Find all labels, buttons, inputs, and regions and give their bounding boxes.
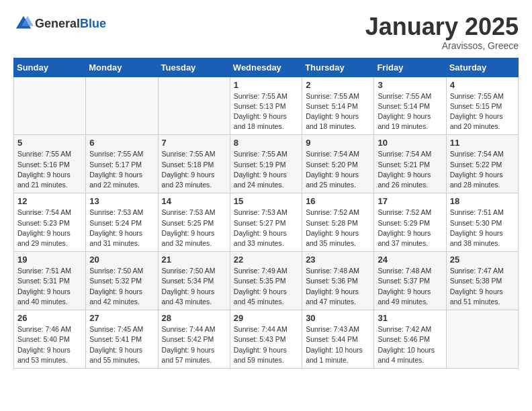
calendar-day-cell: 3Sunrise: 7:55 AM Sunset: 5:14 PM Daylig…: [374, 77, 446, 135]
calendar-day-cell: 31Sunrise: 7:42 AM Sunset: 5:46 PM Dayli…: [374, 310, 446, 369]
title-area: January 2025 Aravissos, Greece: [365, 13, 519, 51]
calendar-day-cell: [14, 77, 86, 135]
day-number: 28: [162, 313, 226, 323]
day-info: Sunrise: 7:55 AM Sunset: 5:13 PM Dayligh…: [234, 91, 298, 132]
day-number: 21: [162, 255, 226, 265]
day-info: Sunrise: 7:45 AM Sunset: 5:41 PM Dayligh…: [89, 324, 154, 365]
calendar-day-cell: 12Sunrise: 7:54 AM Sunset: 5:23 PM Dayli…: [14, 193, 86, 252]
day-info: Sunrise: 7:53 AM Sunset: 5:25 PM Dayligh…: [162, 208, 226, 248]
calendar-week-row: 19Sunrise: 7:51 AM Sunset: 5:31 PM Dayli…: [14, 252, 519, 310]
logo-blue: Blue: [80, 17, 106, 30]
weekday-header: Friday: [374, 58, 446, 77]
calendar-day-cell: 29Sunrise: 7:44 AM Sunset: 5:43 PM Dayli…: [230, 310, 302, 369]
logo-icon: [13, 13, 34, 34]
day-info: Sunrise: 7:50 AM Sunset: 5:34 PM Dayligh…: [162, 266, 226, 307]
day-number: 12: [17, 196, 82, 206]
day-number: 13: [89, 196, 154, 206]
weekday-header: Sunday: [14, 58, 86, 77]
day-number: 11: [450, 138, 515, 148]
day-info: Sunrise: 7:55 AM Sunset: 5:14 PM Dayligh…: [378, 91, 442, 132]
calendar-day-cell: 28Sunrise: 7:44 AM Sunset: 5:42 PM Dayli…: [158, 310, 230, 369]
day-number: 5: [17, 138, 82, 148]
day-info: Sunrise: 7:44 AM Sunset: 5:42 PM Dayligh…: [162, 324, 226, 365]
calendar-day-cell: 11Sunrise: 7:54 AM Sunset: 5:22 PM Dayli…: [446, 135, 518, 193]
day-info: Sunrise: 7:52 AM Sunset: 5:28 PM Dayligh…: [306, 208, 370, 248]
calendar-day-cell: 26Sunrise: 7:46 AM Sunset: 5:40 PM Dayli…: [14, 310, 86, 369]
logo: GeneralBlue: [13, 13, 106, 34]
day-number: 24: [378, 255, 442, 265]
calendar-day-cell: 7Sunrise: 7:55 AM Sunset: 5:18 PM Daylig…: [158, 135, 230, 193]
logo-general: General: [35, 17, 80, 30]
month-title: January 2025: [365, 13, 519, 40]
day-info: Sunrise: 7:52 AM Sunset: 5:29 PM Dayligh…: [378, 208, 442, 248]
day-number: 9: [306, 138, 370, 148]
day-number: 20: [89, 255, 154, 265]
day-info: Sunrise: 7:55 AM Sunset: 5:17 PM Dayligh…: [89, 149, 154, 190]
day-number: 14: [162, 196, 226, 206]
calendar-day-cell: 24Sunrise: 7:48 AM Sunset: 5:37 PM Dayli…: [374, 252, 446, 310]
calendar-day-cell: 15Sunrise: 7:53 AM Sunset: 5:27 PM Dayli…: [230, 193, 302, 252]
day-info: Sunrise: 7:55 AM Sunset: 5:16 PM Dayligh…: [17, 149, 82, 190]
day-info: Sunrise: 7:55 AM Sunset: 5:19 PM Dayligh…: [234, 149, 298, 190]
day-number: 23: [306, 255, 370, 265]
calendar-day-cell: 9Sunrise: 7:54 AM Sunset: 5:20 PM Daylig…: [302, 135, 374, 193]
calendar-day-cell: 6Sunrise: 7:55 AM Sunset: 5:17 PM Daylig…: [86, 135, 158, 193]
calendar-day-cell: 21Sunrise: 7:50 AM Sunset: 5:34 PM Dayli…: [158, 252, 230, 310]
calendar-day-cell: 1Sunrise: 7:55 AM Sunset: 5:13 PM Daylig…: [230, 77, 302, 135]
calendar-day-cell: 17Sunrise: 7:52 AM Sunset: 5:29 PM Dayli…: [374, 193, 446, 252]
calendar-day-cell: 2Sunrise: 7:55 AM Sunset: 5:14 PM Daylig…: [302, 77, 374, 135]
day-info: Sunrise: 7:43 AM Sunset: 5:44 PM Dayligh…: [306, 324, 370, 365]
calendar-day-cell: 13Sunrise: 7:53 AM Sunset: 5:24 PM Dayli…: [86, 193, 158, 252]
calendar-header-row: SundayMondayTuesdayWednesdayThursdayFrid…: [14, 58, 519, 77]
page-header: GeneralBlue January 2025 Aravissos, Gree…: [13, 13, 519, 51]
calendar-table: SundayMondayTuesdayWednesdayThursdayFrid…: [13, 58, 519, 369]
day-number: 27: [89, 313, 154, 323]
day-info: Sunrise: 7:55 AM Sunset: 5:15 PM Dayligh…: [450, 91, 515, 132]
calendar-day-cell: 14Sunrise: 7:53 AM Sunset: 5:25 PM Dayli…: [158, 193, 230, 252]
calendar-day-cell: 25Sunrise: 7:47 AM Sunset: 5:38 PM Dayli…: [446, 252, 518, 310]
weekday-header: Thursday: [302, 58, 374, 77]
day-number: 17: [378, 196, 442, 206]
calendar-day-cell: 30Sunrise: 7:43 AM Sunset: 5:44 PM Dayli…: [302, 310, 374, 369]
day-number: 7: [162, 138, 226, 148]
day-number: 15: [234, 196, 298, 206]
day-info: Sunrise: 7:54 AM Sunset: 5:21 PM Dayligh…: [378, 149, 442, 190]
day-info: Sunrise: 7:54 AM Sunset: 5:20 PM Dayligh…: [306, 149, 370, 190]
location-subtitle: Aravissos, Greece: [365, 40, 519, 51]
day-number: 4: [450, 80, 515, 90]
day-info: Sunrise: 7:53 AM Sunset: 5:27 PM Dayligh…: [234, 208, 298, 248]
day-number: 18: [450, 196, 515, 206]
day-number: 10: [378, 138, 442, 148]
day-number: 6: [89, 138, 154, 148]
calendar-day-cell: 23Sunrise: 7:48 AM Sunset: 5:36 PM Dayli…: [302, 252, 374, 310]
calendar-day-cell: 10Sunrise: 7:54 AM Sunset: 5:21 PM Dayli…: [374, 135, 446, 193]
day-number: 19: [17, 255, 82, 265]
day-number: 16: [306, 196, 370, 206]
weekday-header: Monday: [86, 58, 158, 77]
calendar-week-row: 26Sunrise: 7:46 AM Sunset: 5:40 PM Dayli…: [14, 310, 519, 369]
day-info: Sunrise: 7:54 AM Sunset: 5:23 PM Dayligh…: [17, 208, 82, 248]
day-number: 8: [234, 138, 298, 148]
day-info: Sunrise: 7:42 AM Sunset: 5:46 PM Dayligh…: [378, 324, 442, 365]
day-number: 30: [306, 313, 370, 323]
day-number: 29: [234, 313, 298, 323]
day-info: Sunrise: 7:49 AM Sunset: 5:35 PM Dayligh…: [234, 266, 298, 307]
day-info: Sunrise: 7:48 AM Sunset: 5:36 PM Dayligh…: [306, 266, 370, 307]
weekday-header: Wednesday: [230, 58, 302, 77]
day-info: Sunrise: 7:54 AM Sunset: 5:22 PM Dayligh…: [450, 149, 515, 190]
calendar-week-row: 1Sunrise: 7:55 AM Sunset: 5:13 PM Daylig…: [14, 77, 519, 135]
day-info: Sunrise: 7:51 AM Sunset: 5:30 PM Dayligh…: [450, 208, 515, 248]
calendar-day-cell: 8Sunrise: 7:55 AM Sunset: 5:19 PM Daylig…: [230, 135, 302, 193]
day-number: 3: [378, 80, 442, 90]
calendar-body: 1Sunrise: 7:55 AM Sunset: 5:13 PM Daylig…: [14, 77, 519, 368]
day-number: 26: [17, 313, 82, 323]
calendar-day-cell: [446, 310, 518, 369]
day-info: Sunrise: 7:50 AM Sunset: 5:32 PM Dayligh…: [89, 266, 154, 307]
day-info: Sunrise: 7:47 AM Sunset: 5:38 PM Dayligh…: [450, 266, 515, 307]
weekday-header: Tuesday: [158, 58, 230, 77]
calendar-day-cell: 4Sunrise: 7:55 AM Sunset: 5:15 PM Daylig…: [446, 77, 518, 135]
calendar-day-cell: [158, 77, 230, 135]
day-number: 1: [234, 80, 298, 90]
day-info: Sunrise: 7:51 AM Sunset: 5:31 PM Dayligh…: [17, 266, 82, 307]
day-info: Sunrise: 7:46 AM Sunset: 5:40 PM Dayligh…: [17, 324, 82, 365]
